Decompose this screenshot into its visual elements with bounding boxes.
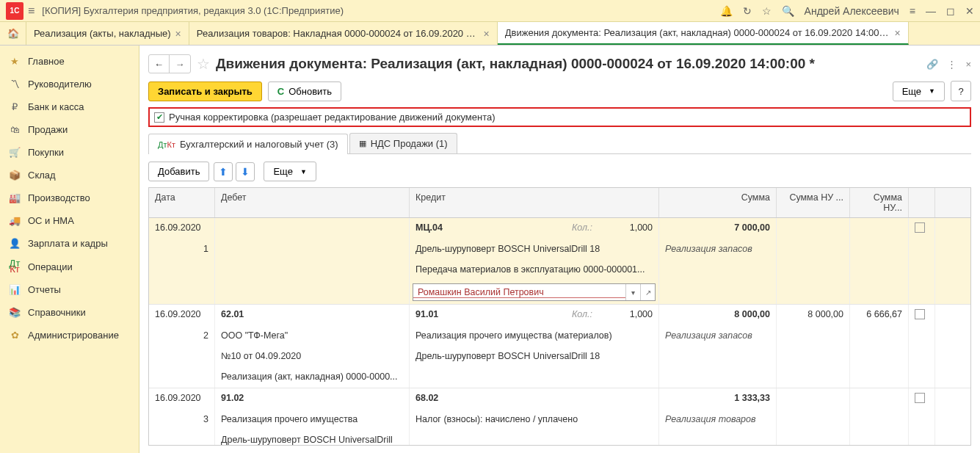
document-icon: ▦ bbox=[359, 139, 366, 148]
tab-realization-doc[interactable]: Реализация товаров: Накладная 0000-00002… bbox=[189, 22, 498, 45]
sidebar-item-sales[interactable]: 🛍Продажи bbox=[0, 118, 139, 141]
cell-credit-line: Реализация прочего имущества (материалов… bbox=[410, 326, 659, 347]
manual-correction-row[interactable]: ✔ Ручная корректировка (разрешает редакт… bbox=[148, 107, 971, 127]
nav-back-icon[interactable]: ← bbox=[149, 55, 170, 73]
refresh-icon: С bbox=[277, 86, 284, 97]
search-icon[interactable]: 🔍 bbox=[782, 5, 794, 17]
cell-sumnu2 bbox=[850, 218, 909, 239]
box-icon: 📦 bbox=[9, 170, 21, 181]
tab-close-icon[interactable]: × bbox=[175, 28, 181, 40]
favorite-icon[interactable]: ☆ bbox=[197, 55, 210, 73]
nav-forward-icon[interactable]: → bbox=[170, 55, 190, 73]
cart-icon: 🛒 bbox=[9, 147, 21, 158]
cell-debit-acc: 62.01 bbox=[215, 305, 410, 326]
cell-debit-line: Реализация прочего имущества bbox=[215, 410, 410, 430]
close-icon[interactable]: ✕ bbox=[965, 5, 974, 17]
history-icon[interactable]: ↻ bbox=[743, 5, 752, 17]
tab-close-icon[interactable]: × bbox=[484, 28, 490, 40]
cell-debit-acc: 91.02 bbox=[215, 388, 410, 410]
col-sum[interactable]: Сумма bbox=[659, 188, 777, 217]
tab-label: Движения документа: Реализация (акт, нак… bbox=[505, 27, 890, 38]
books-icon: 📚 bbox=[9, 307, 21, 318]
sidebar-item-catalogs[interactable]: 📚Справочники bbox=[0, 301, 139, 324]
col-credit[interactable]: Кредит bbox=[410, 188, 659, 217]
sidebar-label: Главное bbox=[28, 56, 65, 67]
cell-sum: 8 000,00 bbox=[659, 305, 777, 326]
col-debit[interactable]: Дебет bbox=[215, 188, 410, 217]
subkonto-input[interactable]: Ромашкин Василий Петрович ▾ ↗ bbox=[413, 283, 656, 301]
move-up-button[interactable]: ⬆ bbox=[214, 162, 233, 181]
chart-icon: 〽 bbox=[9, 79, 21, 90]
checkbox-checked-icon[interactable]: ✔ bbox=[154, 112, 164, 123]
table-row[interactable]: 16.09.2020 МЦ.04 Кол.: 1,000 7 000,00 1 bbox=[149, 218, 970, 305]
sidebar-label: Операции bbox=[28, 261, 73, 272]
table-row[interactable]: 16.09.2020 62.01 91.01 Кол.: 1,000 8 000… bbox=[149, 305, 970, 388]
subtab-accounting[interactable]: ДтКт Бухгалтерский и налоговый учет (3) bbox=[148, 134, 348, 154]
tab-movements[interactable]: Движения документа: Реализация (акт, нак… bbox=[498, 22, 909, 45]
sidebar-label: ОС и НМА bbox=[28, 215, 74, 226]
sidebar-item-warehouse[interactable]: 📦Склад bbox=[0, 164, 139, 186]
link-icon[interactable]: 🔗 bbox=[926, 59, 938, 70]
dropdown-icon[interactable]: ▾ bbox=[625, 284, 640, 300]
sidebar-item-manager[interactable]: 〽Руководителю bbox=[0, 73, 139, 95]
username[interactable]: Андрей Алексеевич bbox=[805, 5, 899, 17]
cell-check[interactable] bbox=[909, 218, 935, 239]
sidebar-label: Производство bbox=[28, 192, 90, 203]
cell-check[interactable] bbox=[909, 388, 935, 410]
sidebar-item-admin[interactable]: ✿Администрирование bbox=[0, 324, 139, 347]
cell-debit-line: ООО "ТФ-Мега" bbox=[215, 326, 410, 347]
dtkt-icon: ДтКт bbox=[9, 261, 21, 272]
report-icon: 📊 bbox=[9, 284, 21, 295]
home-tab[interactable]: 🏠 bbox=[0, 22, 26, 45]
tab-realization-list[interactable]: Реализация (акты, накладные) × bbox=[26, 22, 189, 45]
sidebar-item-bank[interactable]: ₽Банк и касса bbox=[0, 95, 139, 118]
accounting-grid: Дата Дебет Кредит Сумма Сумма НУ ... Сум… bbox=[148, 187, 971, 446]
cell-sumnu: 8 000,00 bbox=[777, 305, 850, 326]
open-icon[interactable]: ↗ bbox=[640, 284, 655, 300]
cell-check[interactable] bbox=[909, 305, 935, 326]
cell-qty: 1,000 bbox=[609, 222, 653, 235]
cell-credit-line: Передача материалов в эксплуатацию 0000-… bbox=[410, 260, 659, 280]
sidebar-item-reports[interactable]: 📊Отчеты bbox=[0, 278, 139, 301]
cell-kol-label: Кол.: bbox=[572, 309, 609, 322]
sidebar-label: Продажи bbox=[28, 124, 68, 135]
tab-close-icon[interactable]: × bbox=[895, 27, 901, 39]
sidebar-label: Банк и касса bbox=[28, 101, 84, 112]
sidebar-item-salary[interactable]: 👤Зарплата и кадры bbox=[0, 232, 139, 255]
cell-sum: 7 000,00 bbox=[659, 218, 777, 239]
page-close-icon[interactable]: × bbox=[965, 59, 971, 70]
help-button[interactable]: ? bbox=[951, 81, 971, 101]
more-icon[interactable]: ⋮ bbox=[947, 59, 957, 70]
refresh-button[interactable]: СОбновить bbox=[268, 81, 341, 101]
sidebar-item-production[interactable]: 🏭Производство bbox=[0, 186, 139, 209]
col-date[interactable]: Дата bbox=[149, 188, 215, 217]
col-sumnu[interactable]: Сумма НУ ... bbox=[777, 188, 850, 217]
manual-correction-label: Ручная корректировка (разрешает редактир… bbox=[169, 112, 496, 123]
table-row[interactable]: 16.09.2020 91.02 68.02 1 333,33 3 Реализ… bbox=[149, 388, 970, 446]
minimize-icon[interactable]: — bbox=[926, 5, 936, 17]
settings-icon[interactable]: ≡ bbox=[910, 5, 915, 17]
sidebar-item-os-nma[interactable]: 🚚ОС и НМА bbox=[0, 209, 139, 232]
bell-icon[interactable]: 🔔 bbox=[720, 5, 733, 17]
table-more-button[interactable]: Еще▼ bbox=[264, 162, 316, 181]
add-button[interactable]: Добавить bbox=[148, 162, 209, 181]
cell-debit-line: Реализация (акт, накладная) 0000-0000... bbox=[215, 367, 410, 388]
maximize-icon[interactable]: ◻ bbox=[946, 5, 955, 17]
save-close-button[interactable]: Записать и закрыть bbox=[148, 81, 262, 101]
star-icon[interactable]: ☆ bbox=[762, 5, 772, 17]
subtab-vat[interactable]: ▦ НДС Продажи (1) bbox=[349, 133, 457, 153]
cell-credit-line: Налог (взносы): начислено / уплачено bbox=[410, 410, 659, 430]
cell-debit-line: №10 от 04.09.2020 bbox=[215, 347, 410, 367]
cell-credit-line: Дрель-шуруповерт BOSCH UniversalDrill 18 bbox=[410, 347, 659, 367]
move-down-button[interactable]: ⬇ bbox=[236, 162, 255, 181]
burger-icon[interactable]: ≡ bbox=[28, 4, 35, 18]
bag-icon: 🛍 bbox=[9, 124, 21, 135]
sidebar-item-main[interactable]: ★Главное bbox=[0, 50, 139, 73]
sidebar-item-purchases[interactable]: 🛒Покупки bbox=[0, 141, 139, 164]
dtkt-icon: ДтКт bbox=[158, 142, 175, 148]
titlebar: 1C ≡ [КОПИЯ] Бухгалтерия предприятия, ре… bbox=[0, 0, 980, 22]
sidebar-item-operations[interactable]: ДтКтОперации bbox=[0, 255, 139, 278]
col-sumnu2[interactable]: Сумма НУ... bbox=[850, 188, 909, 217]
cell-debit bbox=[215, 218, 410, 239]
more-button[interactable]: Еще▼ bbox=[893, 81, 945, 101]
